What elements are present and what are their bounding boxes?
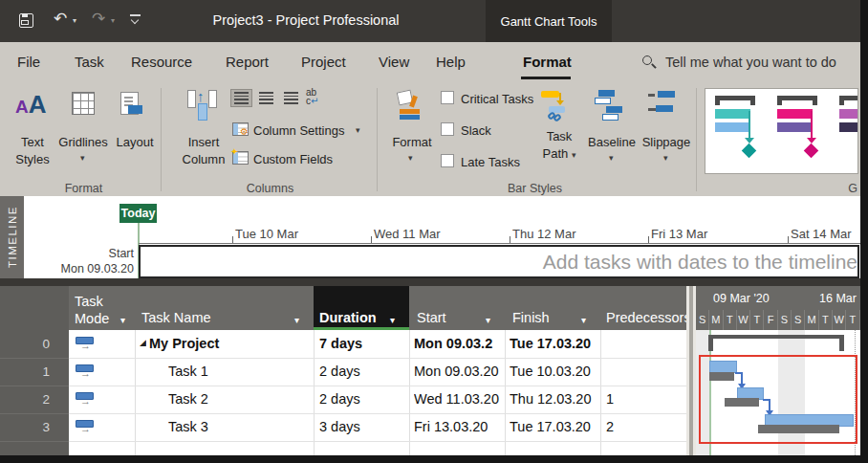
align-left-button[interactable]	[231, 90, 251, 106]
duration-cell[interactable]: 7 days	[319, 336, 407, 351]
duration-cell[interactable]: 2 days	[319, 391, 407, 407]
row-number[interactable]: 2	[0, 392, 50, 407]
tab-file[interactable]: File	[17, 54, 40, 70]
slippage-button[interactable]: Slippage	[639, 134, 694, 151]
task-name-cell[interactable]: My Project	[149, 336, 293, 351]
gantt-style-gallery[interactable]	[705, 88, 858, 174]
baseline-bar-task1	[709, 372, 734, 381]
column-header-task-name[interactable]: Task Name	[141, 310, 211, 325]
group-label-columns: Columns	[225, 182, 315, 195]
undo-dropdown-icon[interactable]: ▾	[73, 16, 76, 25]
column-header-duration-label[interactable]: Duration	[319, 310, 377, 325]
tab-task[interactable]: Task	[75, 54, 104, 70]
baseline-button[interactable]: Baseline	[585, 134, 639, 151]
row-number[interactable]: 1	[0, 364, 50, 379]
timeline-placeholder: Add tasks with dates to the timeline	[287, 251, 857, 274]
gantt-style-option-magenta[interactable]	[774, 94, 822, 168]
baseline-icon	[595, 90, 629, 124]
task-mode-auto-icon[interactable]: →	[76, 420, 94, 432]
tab-view[interactable]: View	[379, 54, 409, 70]
start-cell[interactable]: Mon 09.03.20	[414, 364, 505, 379]
gantt-day-label: T	[846, 310, 859, 330]
gantt-style-option-teal[interactable]	[712, 94, 760, 168]
baseline-dropdown-icon[interactable]: ▾	[609, 153, 614, 163]
summary-task-bar[interactable]	[708, 335, 844, 347]
filter-icon[interactable]: ▾	[581, 315, 586, 325]
customize-qat-button[interactable]	[130, 14, 141, 23]
slack-checkbox[interactable]	[441, 122, 454, 136]
predecessors-cell[interactable]: 1	[606, 391, 683, 407]
tell-me-label[interactable]: Tell me what you want to do	[665, 55, 836, 70]
start-cell[interactable]: Mon 09.03.2	[414, 336, 505, 351]
tab-format[interactable]: Format	[523, 54, 572, 70]
critical-tasks-checkbox[interactable]	[441, 91, 454, 104]
tab-report[interactable]: Report	[226, 54, 269, 70]
tab-help[interactable]: Help	[436, 54, 466, 70]
view-splitter[interactable]	[686, 286, 696, 455]
vertical-scrollbar[interactable]	[860, 0, 868, 463]
slippage-dropdown-icon[interactable]: ▾	[663, 153, 668, 163]
text-styles-button[interactable]: AA	[15, 90, 47, 120]
tab-resource[interactable]: Resource	[131, 54, 192, 70]
bar-format-button[interactable]: Format	[386, 134, 438, 151]
finish-cell[interactable]: Tue 17.03.20	[510, 419, 600, 434]
insert-column-icon: ↑	[187, 90, 220, 124]
task-name-cell[interactable]: Task 3	[168, 419, 293, 434]
gantt-week-label: 09 Mar '20	[713, 292, 770, 305]
start-cell[interactable]: Fri 13.03.20	[414, 419, 505, 434]
context-tab-gantt-chart-tools[interactable]: Gantt Chart Tools	[486, 0, 612, 42]
gantt-chart-area[interactable]	[696, 330, 860, 455]
wrap-text-button[interactable]: ab c↵	[306, 88, 318, 105]
align-right-button[interactable]	[281, 90, 301, 106]
column-settings-icon: ⚙	[232, 122, 249, 136]
filter-icon[interactable]: ▾	[486, 315, 490, 325]
group-label-bar-styles: Bar Styles	[489, 182, 580, 195]
gridlines-dropdown-icon[interactable]: ▾	[80, 153, 85, 163]
save-button[interactable]	[19, 13, 33, 28]
task-path-button[interactable]: Task Path ▾	[535, 128, 583, 164]
filter-icon[interactable]: ▾	[294, 315, 299, 325]
column-settings-button[interactable]: Column Settings	[253, 123, 344, 138]
task-mode-auto-icon[interactable]: →	[76, 337, 94, 349]
finish-cell[interactable]: Thu 12.03.20	[510, 391, 600, 407]
gridlines-button[interactable]: Gridlines	[55, 134, 111, 151]
task-mode-auto-icon[interactable]: →	[76, 364, 94, 377]
layout-button[interactable]: Layout	[111, 134, 159, 151]
row-number[interactable]: 3	[0, 420, 50, 434]
filter-icon[interactable]: ▾	[390, 315, 395, 325]
tab-project[interactable]: Project	[301, 54, 346, 70]
column-header-start[interactable]: Start	[417, 310, 446, 325]
timeline-pane-label[interactable]: TIMELINE	[0, 196, 24, 278]
redo-button[interactable]: ↷	[92, 11, 105, 27]
gantt-day-label: S	[792, 310, 805, 330]
text-styles-icon: A	[15, 97, 29, 117]
column-header-task-mode[interactable]: Task Mode	[75, 293, 119, 327]
column-header-finish[interactable]: Finish	[512, 310, 550, 325]
group-label-gantt-chart-style-partial: G	[847, 182, 858, 195]
column-header-predecessors[interactable]: Predecessors	[606, 310, 691, 325]
tell-me-search[interactable]	[642, 55, 652, 65]
late-tasks-checkbox[interactable]	[441, 154, 454, 167]
filter-icon[interactable]: ▾	[120, 315, 125, 325]
task-mode-auto-icon[interactable]: →	[76, 392, 94, 405]
start-cell[interactable]: Wed 11.03.20	[414, 391, 505, 407]
predecessors-cell[interactable]: 2	[606, 419, 683, 434]
insert-column-button[interactable]: Insert Column	[178, 134, 229, 168]
duration-cell[interactable]: 2 days	[319, 364, 407, 379]
task-name-cell[interactable]: Task 2	[168, 391, 293, 407]
task-name-cell[interactable]: Task 1	[168, 364, 293, 379]
task-path-dropdown-icon[interactable]: ▾	[572, 150, 576, 160]
finish-cell[interactable]: Tue 17.03.20	[510, 336, 600, 351]
redo-dropdown-icon[interactable]: ▾	[111, 16, 115, 25]
pane-separator[interactable]	[0, 278, 868, 286]
row-number[interactable]: 0	[0, 337, 50, 351]
finish-cell[interactable]: Tue 10.03.20	[510, 364, 600, 379]
collapse-triangle-icon[interactable]: ◢	[140, 338, 146, 347]
duration-cell[interactable]: 3 days	[319, 419, 407, 434]
custom-fields-button[interactable]: Custom Fields	[253, 152, 333, 166]
undo-button[interactable]: ↶	[54, 11, 67, 27]
align-center-button[interactable]	[256, 90, 276, 106]
gantt-style-option-purple[interactable]	[836, 94, 858, 168]
column-settings-dropdown-icon[interactable]: ▾	[356, 125, 360, 135]
bar-format-dropdown-icon[interactable]: ▾	[408, 153, 413, 163]
